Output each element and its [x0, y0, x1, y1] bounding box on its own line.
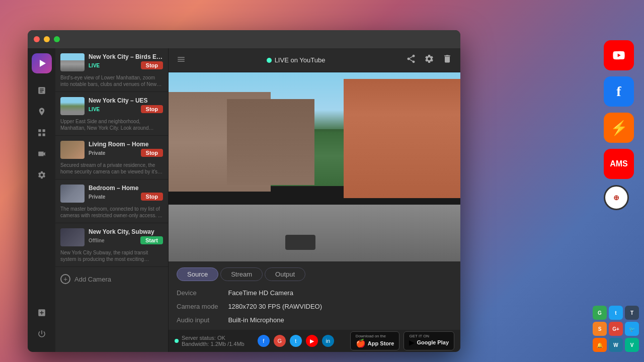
- camera-item-1[interactable]: New York City – UES LIVE Stop Upper East…: [55, 92, 168, 136]
- mini-icon-twitter[interactable]: 🐦: [625, 322, 639, 336]
- mini-icon-tumblr[interactable]: T: [625, 306, 639, 320]
- bottom-panel: Source Stream Output Device FaceTime HD …: [169, 261, 460, 330]
- tab-output[interactable]: Output: [265, 267, 305, 281]
- sidebar-nav-grid[interactable]: [33, 124, 51, 142]
- footer-social-icons: f G t ▶ in: [258, 335, 334, 347]
- close-button[interactable]: [34, 36, 40, 42]
- app-store-sub-label: Download on the: [356, 334, 386, 338]
- main-content: LIVE on YouTube: [169, 48, 460, 352]
- footer: Server status: OK Bandwidth: 1.2Mb /1.4M…: [169, 330, 460, 352]
- camera-name-1: New York City – UES: [89, 97, 163, 104]
- camera-thumb-1: [60, 97, 85, 115]
- facebook-desktop-icon[interactable]: f: [604, 76, 634, 107]
- camera-name-4: New York City, Subway: [89, 228, 163, 235]
- camera-item-2[interactable]: Living Room – Home Private Stop Secured …: [55, 136, 168, 179]
- sidebar-nav-video[interactable]: [33, 145, 51, 163]
- youtube-desktop-icon[interactable]: [604, 40, 634, 70]
- live-indicator: LIVE on YouTube: [192, 56, 400, 64]
- camera-status-row-0: LIVE Stop: [89, 61, 163, 69]
- camera-item-4[interactable]: New York City, Subway Offline Start New …: [55, 223, 168, 267]
- camera-item-header-1: New York City – UES LIVE Stop: [60, 97, 163, 115]
- desktop-mini-icons: G t T S G+ 🐦 🔔 W V: [593, 306, 639, 352]
- street-scene: [169, 72, 460, 261]
- add-camera-icon: +: [60, 274, 70, 284]
- store-badges: Download on the 🍎 App Store GET IT ON ▶ …: [350, 331, 454, 350]
- mini-icon-g[interactable]: G: [593, 306, 607, 320]
- mini-icon-wp[interactable]: W: [609, 338, 623, 352]
- server-status-text: Server status: OK Bandwidth: 1.2Mb /1.4M…: [182, 335, 245, 347]
- maximize-button[interactable]: [54, 36, 60, 42]
- mini-icon-vine[interactable]: V: [625, 338, 639, 352]
- tab-source[interactable]: Source: [177, 267, 218, 281]
- status-badge-4: Offline: [89, 238, 105, 243]
- footer-twitter-icon[interactable]: t: [290, 335, 302, 347]
- footer-youtube-icon[interactable]: ▶: [306, 335, 318, 347]
- camera-item-3[interactable]: Bedroom – Home Private Stop The master b…: [55, 179, 168, 223]
- mini-icons-row-middle: S G+ 🐦: [593, 322, 639, 336]
- bandwidth-label: Bandwidth: 1.2Mb /1.4Mb: [182, 341, 245, 347]
- app-window: New York City – Birds Eye LIVE Stop Bird…: [28, 30, 460, 352]
- google-play-badge[interactable]: GET IT ON ▶ Google Play: [404, 331, 454, 350]
- top-bar: LIVE on YouTube: [169, 48, 460, 72]
- sidebar-nav-book[interactable]: [33, 81, 51, 100]
- status-badge-2: Private: [89, 150, 105, 156]
- mini-icon-rss[interactable]: 🔔: [593, 338, 607, 352]
- camera-info-1: New York City – UES LIVE Stop: [89, 97, 163, 115]
- camera-item-header-0: New York City – Birds Eye LIVE Stop: [60, 53, 163, 71]
- stop-button-1[interactable]: Stop: [141, 105, 163, 113]
- tabs-row: Source Stream Output: [177, 267, 452, 281]
- camera-item-0[interactable]: New York City – Birds Eye LIVE Stop Bird…: [55, 48, 168, 92]
- video-area: [169, 72, 460, 261]
- menu-icon[interactable]: [177, 55, 186, 66]
- footer-facebook-icon[interactable]: f: [258, 335, 270, 347]
- sidebar-nav-power[interactable]: [33, 325, 51, 343]
- camera-name-3: Bedroom – Home: [89, 185, 163, 192]
- delete-action-icon[interactable]: [442, 54, 452, 66]
- app-store-badge[interactable]: Download on the 🍎 App Store: [350, 331, 400, 350]
- camera-info-0: New York City – Birds Eye LIVE Stop: [89, 53, 163, 71]
- mini-icon-t[interactable]: t: [609, 306, 623, 320]
- street-layer: [169, 205, 460, 261]
- camera-status-row-3: Private Stop: [89, 193, 163, 201]
- camera-status-row-2: Private Stop: [89, 149, 163, 157]
- live-dot: [267, 58, 272, 63]
- google-play-sub-label: GET IT ON: [409, 334, 429, 338]
- buildings-layer: [169, 72, 460, 205]
- footer-linkedin-icon[interactable]: in: [322, 335, 334, 347]
- source-info-grid: Device FaceTime HD Camera Camera mode 12…: [177, 289, 428, 324]
- sidebar-nav-settings[interactable]: [33, 166, 51, 184]
- start-button-4[interactable]: Start: [140, 236, 163, 244]
- camera-desc-3: The master bedroom, connected to my list…: [60, 206, 163, 219]
- status-badge-3: Private: [89, 194, 105, 200]
- add-camera-button[interactable]: + Add Camera: [55, 267, 168, 291]
- footer-google-icon[interactable]: G: [274, 335, 286, 347]
- device-label: Device: [177, 289, 218, 297]
- stop-button-0[interactable]: Stop: [141, 61, 163, 69]
- s5-desktop-icon[interactable]: ⊕: [604, 185, 629, 210]
- settings-action-icon[interactable]: [424, 54, 434, 66]
- app-body: New York City – Birds Eye LIVE Stop Bird…: [28, 48, 460, 352]
- audio-input-label: Audio input: [177, 316, 218, 324]
- tab-stream[interactable]: Stream: [220, 267, 263, 281]
- share-action-icon[interactable]: [406, 54, 416, 66]
- svg-marker-0: [40, 60, 46, 67]
- thunder-desktop-icon[interactable]: ⚡: [604, 113, 634, 143]
- camera-desc-0: Bird's-eye view of Lower Manhattan, zoom…: [60, 74, 163, 87]
- mini-icon-g2[interactable]: G+: [609, 322, 623, 336]
- app-logo-icon[interactable]: [32, 53, 52, 73]
- camera-desc-2: Secured stream of a private residence, t…: [60, 162, 163, 175]
- stop-button-2[interactable]: Stop: [141, 149, 163, 157]
- sidebar-icons: [28, 48, 55, 352]
- server-status: Server status: OK Bandwidth: 1.2Mb /1.4M…: [175, 335, 334, 347]
- sidebar-nav-location[interactable]: [33, 103, 51, 121]
- stop-button-3[interactable]: Stop: [141, 193, 163, 201]
- mini-icon-s[interactable]: S: [593, 322, 607, 336]
- camera-mode-value: 644x362 30 FPS (RAWVIDEO): [228, 303, 428, 310]
- camera-name-0: New York City – Birds Eye: [89, 53, 163, 60]
- minimize-button[interactable]: [44, 36, 50, 42]
- sidebar-nav-plus[interactable]: [33, 304, 51, 322]
- ams-desktop-icon[interactable]: AMS: [604, 149, 634, 179]
- camera-thumb-2: [60, 141, 85, 159]
- camera-mode-label: Camera mode: [177, 303, 218, 310]
- camera-status-row-4: Offline Start: [89, 236, 163, 244]
